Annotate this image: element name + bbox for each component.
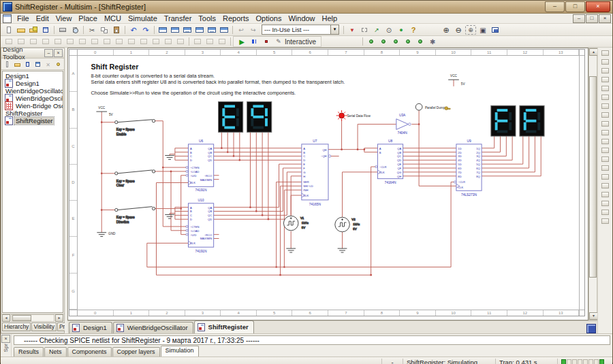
sheet-nav-icon[interactable] — [586, 324, 596, 333]
tab-nets[interactable]: Nets — [44, 347, 67, 357]
chip-u9[interactable]: U9 74LS273N 1D2D3D4D5D6D7D8D ~CLR CLK 1Q… — [454, 139, 482, 197]
inspect-icon[interactable] — [396, 25, 407, 35]
doc-tab-design1[interactable]: Design1 — [69, 322, 112, 333]
zoom-out-icon[interactable] — [453, 25, 464, 35]
electromechanical-icon[interactable] — [600, 182, 610, 190]
delete-icon[interactable] — [44, 60, 52, 69]
title-bar[interactable]: ShiftRegister - Multisim - [ShiftRegiste… — [1, 1, 612, 14]
run-button[interactable] — [236, 37, 247, 46]
menu-item[interactable]: Place — [75, 14, 101, 22]
toggle-visibility-icon[interactable] — [54, 60, 63, 69]
doc-tab-shiftregister[interactable]: ShiftRegister — [194, 320, 254, 333]
tab-simulation[interactable]: Simulation — [161, 346, 199, 357]
minimize-button[interactable]: – — [545, 1, 565, 12]
analog-icon[interactable] — [600, 93, 610, 101]
mcu-icon[interactable] — [600, 199, 610, 208]
bus-icon[interactable] — [600, 217, 610, 225]
spreadsheet-side-tab[interactable]: Spr — [3, 344, 9, 352]
scroll-left-icon[interactable]: ◂ — [2, 314, 10, 322]
copy-icon[interactable] — [99, 25, 110, 35]
menu-item[interactable]: MCU — [101, 14, 125, 22]
probe-settings-gear-icon[interactable] — [427, 37, 438, 46]
zoom-fullscreen-icon[interactable] — [490, 25, 501, 35]
mdi-minimize-button[interactable]: – — [573, 14, 585, 23]
menu-item[interactable]: Transfer — [161, 14, 195, 22]
connector-icon[interactable] — [600, 191, 610, 199]
new-file-icon[interactable] — [3, 25, 14, 35]
new-design-icon[interactable] — [3, 60, 12, 69]
tab-visibility[interactable]: Visibility — [31, 322, 57, 331]
print-icon[interactable] — [57, 25, 68, 35]
tab-components[interactable]: Components — [67, 347, 112, 357]
new-window-icon[interactable] — [33, 60, 42, 69]
source-v2[interactable]: V2 1kHz 5V — [335, 217, 360, 231]
print-preview-icon[interactable] — [69, 25, 80, 35]
probe-voltage-icon[interactable] — [378, 37, 389, 46]
chip-u10[interactable]: U10 74191N ABCD ~CTEN~LOAD~U/D CLK QAQBQ… — [186, 199, 214, 253]
indicator-icon[interactable] — [600, 146, 610, 154]
in-use-list-combo[interactable]: --- In-Use List --- ▾ — [262, 24, 339, 35]
serial-data-probe[interactable]: Serial Data Flow — [336, 110, 371, 121]
place-misc-icon[interactable] — [138, 37, 149, 46]
tab-copper-layers[interactable]: Copper layers — [112, 347, 160, 357]
tree-hscrollbar[interactable]: ◂ ▸ — [1, 314, 64, 322]
place-basic-icon[interactable] — [16, 37, 27, 46]
menu-item[interactable]: Edit — [33, 14, 52, 22]
source-v1[interactable]: V1 1kHz 5V — [283, 216, 308, 230]
save-design-icon[interactable] — [23, 60, 32, 69]
zoom-fit-icon[interactable] — [477, 25, 488, 35]
misc-icon[interactable] — [600, 155, 610, 163]
rf-icon[interactable] — [600, 173, 610, 181]
menu-item[interactable]: View — [52, 14, 76, 22]
scroll-thumb[interactable] — [589, 76, 597, 278]
peripherals-icon[interactable] — [600, 164, 610, 172]
menu-item[interactable]: Help — [319, 14, 341, 22]
capture-area-icon[interactable] — [359, 25, 370, 35]
basic-icon[interactable] — [600, 67, 610, 75]
panel-minimize-button[interactable]: – — [44, 49, 53, 57]
undo-icon[interactable] — [128, 25, 139, 35]
menu-item[interactable]: Simulate — [125, 14, 161, 22]
switch-clear[interactable]: Key = Space Clear — [115, 170, 155, 188]
stop-button[interactable] — [261, 37, 272, 46]
probe-power-icon[interactable] — [403, 37, 413, 46]
place-indicator-icon[interactable] — [126, 37, 137, 46]
graph-export-icon[interactable] — [371, 25, 382, 35]
schematic-canvas[interactable]: 012345678910111213 ABCDEFG Shift Registe… — [67, 48, 588, 320]
tree-item-wienbridge-block[interactable]: Wien-Bridge Oscillator — [3, 102, 63, 110]
chip-u8[interactable]: U8 74164N AB ~CLR CLK QAQBQCQDQEQFQGQH — [375, 139, 403, 185]
tree-item-shiftregister-sheet[interactable]: ShiftRegister — [3, 117, 63, 125]
probe-digital-icon[interactable] — [415, 37, 426, 46]
place-misc-digital-icon[interactable] — [89, 37, 100, 46]
place-source-icon[interactable] — [3, 37, 14, 46]
probe-current-icon[interactable] — [390, 37, 401, 46]
panel-close-button[interactable]: × — [54, 49, 63, 57]
diode-icon[interactable] — [600, 76, 610, 84]
document-icon[interactable] — [3, 14, 12, 23]
seven-segment-display-2[interactable] — [247, 101, 272, 132]
find-icon[interactable] — [383, 25, 394, 35]
switch-enable[interactable]: Key = Space Enable — [115, 120, 155, 137]
seven-segment-display-3[interactable] — [491, 105, 516, 136]
cmos-icon[interactable] — [600, 111, 610, 119]
place-rf-icon[interactable] — [151, 37, 161, 46]
hierarchical-block-icon[interactable] — [600, 208, 610, 216]
menu-item[interactable]: Tools — [195, 14, 219, 22]
place-diode-icon[interactable] — [28, 37, 39, 46]
place-cmos-icon[interactable] — [77, 37, 88, 46]
close-button[interactable]: × — [586, 1, 610, 12]
place-electromechanical-icon[interactable] — [163, 37, 174, 46]
spreadsheet-view-icon[interactable] — [170, 25, 180, 35]
back-annotate-icon[interactable] — [236, 25, 247, 35]
seven-segment-display-4[interactable] — [520, 105, 544, 136]
menu-item[interactable]: Options — [253, 14, 285, 22]
chip-u7[interactable]: U7 74165N ABCDEFGH SERSH/~LDINH CLK QH~Q… — [302, 139, 331, 206]
help-icon[interactable] — [408, 25, 419, 35]
place-bus-icon[interactable] — [217, 37, 227, 46]
menu-item[interactable]: File — [14, 14, 33, 22]
canvas-vscrollbar[interactable]: ▴ ▾ — [588, 48, 597, 320]
cut-icon[interactable] — [87, 25, 97, 35]
save-icon[interactable] — [40, 25, 51, 35]
redo-icon[interactable] — [140, 25, 151, 35]
scroll-thumb[interactable] — [12, 315, 31, 321]
